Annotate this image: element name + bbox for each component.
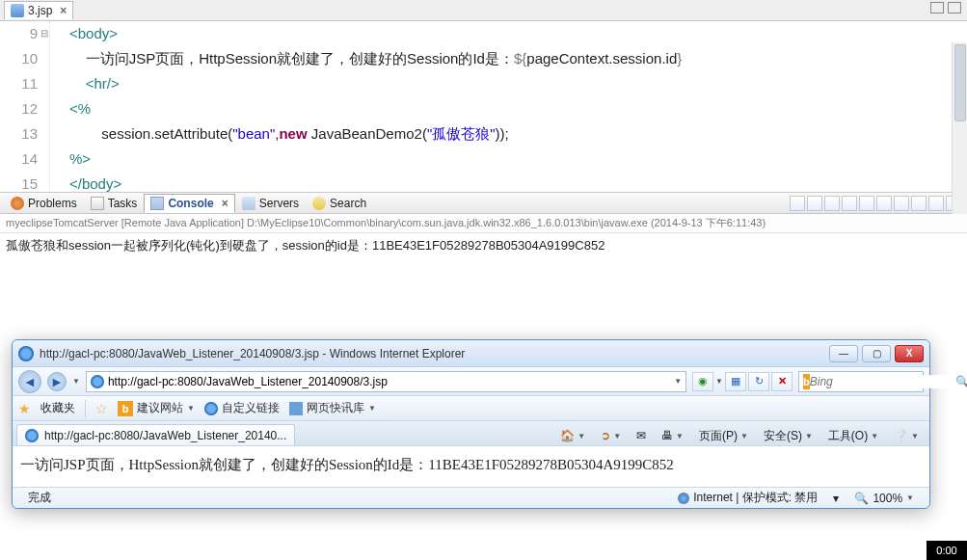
problems-icon xyxy=(11,197,24,210)
code-area[interactable]: <body> 一访问JSP页面，HttpSession就创建了，创建好的Sess… xyxy=(50,21,967,192)
scrollbar-thumb[interactable] xyxy=(954,44,966,121)
tab-console[interactable]: Console × xyxy=(144,194,234,213)
console-icon xyxy=(150,197,164,210)
ie-navbar: ◄ ► ▼ ▼ ◉▼ ▦ ↻ ✕ b 🔍 ▼ xyxy=(13,367,929,396)
status-protected-toggle[interactable]: ▾ xyxy=(825,492,846,505)
tools-menu[interactable]: 工具(O)▼ xyxy=(821,426,885,445)
ie-statusbar: 完成 Internet | 保护模式: 禁用 ▾ 🔍 100% ▼ xyxy=(13,487,929,508)
maximize-button[interactable]: ▢ xyxy=(862,345,891,362)
globe-icon xyxy=(678,493,689,504)
toolbar-btn[interactable] xyxy=(842,196,857,211)
tab-tasks[interactable]: Tasks xyxy=(84,194,145,213)
help-button[interactable]: ❔▼ xyxy=(887,426,926,445)
toolbar-btn[interactable] xyxy=(911,196,927,211)
home-button[interactable]: 🏠▼ xyxy=(553,426,592,445)
minimize-button[interactable]: — xyxy=(829,345,858,362)
jsp-file-icon xyxy=(11,4,24,17)
zoom-control[interactable]: 🔍 100% ▼ xyxy=(846,492,922,505)
window-title: http://gacl-pc:8080/JavaWeb_Listener_201… xyxy=(40,347,829,360)
page-content: 一访问JSP页面，HttpSession就创建了，创建好的Session的Id是… xyxy=(13,446,929,487)
mail-button[interactable]: ✉ xyxy=(630,426,653,445)
stop-button[interactable]: ✕ xyxy=(771,372,792,391)
status-zone: Internet | 保护模式: 禁用 xyxy=(670,490,825,506)
toolbar-btn[interactable] xyxy=(859,196,874,211)
search-icon xyxy=(312,197,326,210)
toolbar-btn[interactable] xyxy=(928,196,944,211)
refresh-button[interactable]: ↻ xyxy=(748,372,769,391)
forward-button[interactable]: ► xyxy=(47,372,67,391)
close-button[interactable]: X xyxy=(895,345,924,362)
servers-icon xyxy=(242,197,255,210)
close-icon[interactable]: × xyxy=(222,197,228,210)
bing-icon: b xyxy=(803,374,810,389)
fav-suggested[interactable]: b建议网站 ▼ xyxy=(118,400,195,416)
maximize-icon[interactable] xyxy=(948,2,961,13)
print-button[interactable]: 🖶▼ xyxy=(655,426,690,445)
browser-tab[interactable]: http://gacl-pc:8080/JavaWeb_Listener_201… xyxy=(16,424,295,445)
ie-window: http://gacl-pc:8080/JavaWeb_Listener_201… xyxy=(12,339,930,509)
toolbar-btn[interactable] xyxy=(790,196,805,211)
tasks-icon xyxy=(91,197,104,210)
ie-tabstrip: http://gacl-pc:8080/JavaWeb_Listener_201… xyxy=(13,421,929,446)
editor-minmax xyxy=(930,2,961,13)
minimize-icon[interactable] xyxy=(930,2,944,13)
ie-titlebar[interactable]: http://gacl-pc:8080/JavaWeb_Listener_201… xyxy=(13,340,929,367)
ie-icon xyxy=(18,346,34,361)
toolbar-btn[interactable] xyxy=(876,196,892,211)
address-bar[interactable]: ▼ xyxy=(86,371,686,392)
feeds-button[interactable]: ➲▼ xyxy=(594,426,628,445)
back-button[interactable]: ◄ xyxy=(18,370,41,393)
nav-history-dropdown[interactable]: ▼ xyxy=(72,377,80,386)
bing-icon: b xyxy=(118,401,133,416)
favorites-label[interactable]: 收藏夹 xyxy=(40,400,75,416)
close-icon[interactable]: × xyxy=(60,4,67,17)
star-icon: ☆ xyxy=(95,401,108,416)
feed-button[interactable]: ▦ xyxy=(725,372,746,391)
vertical-scrollbar[interactable] xyxy=(952,42,967,214)
favorites-bar: ★ 收藏夹 ☆ b建议网站 ▼ 自定义链接 网页快讯库 ▼ xyxy=(13,396,929,421)
page-icon xyxy=(91,375,104,388)
star-icon[interactable]: ★ xyxy=(18,401,31,416)
search-box[interactable]: b 🔍 ▼ xyxy=(798,371,924,392)
compat-view-button[interactable]: ◉ xyxy=(692,372,713,391)
page-menu[interactable]: 页面(P)▼ xyxy=(692,426,755,445)
line-gutter: 9⊟101112131415 xyxy=(0,21,50,192)
editor-tab-3jsp[interactable]: 3.jsp × xyxy=(4,1,73,19)
url-input[interactable] xyxy=(108,375,674,388)
safety-menu[interactable]: 安全(S)▼ xyxy=(757,426,819,445)
feed-icon xyxy=(289,402,303,415)
toolbar-btn[interactable] xyxy=(824,196,840,211)
toolbar-btn[interactable] xyxy=(807,196,822,211)
toolbar-btn[interactable] xyxy=(894,196,909,211)
tab-search[interactable]: Search xyxy=(306,194,373,213)
ie-icon xyxy=(25,429,39,442)
code-editor[interactable]: 9⊟101112131415 <body> 一访问JSP页面，HttpSessi… xyxy=(0,21,967,193)
command-bar: 🏠▼ ➲▼ ✉ 🖶▼ 页面(P)▼ 安全(S)▼ 工具(O)▼ ❔▼ xyxy=(553,426,926,445)
url-dropdown[interactable]: ▼ xyxy=(674,377,682,386)
search-go-icon[interactable]: 🔍 xyxy=(955,375,967,388)
fav-quick[interactable]: 网页快讯库 ▼ xyxy=(289,400,376,416)
search-input[interactable] xyxy=(810,375,955,388)
fav-custom[interactable]: 自定义链接 xyxy=(204,400,280,416)
tab-title: http://gacl-pc:8080/JavaWeb_Listener_201… xyxy=(44,429,286,442)
ie-icon xyxy=(204,402,218,415)
console-process-line: myeclipseTomcatServer [Remote Java Appli… xyxy=(0,214,967,233)
console-toolbar xyxy=(790,196,967,211)
console-output: 孤傲苍狼和session一起被序列化(钝化)到硬盘了，session的id是：1… xyxy=(0,233,967,258)
editor-tabbar: 3.jsp × xyxy=(0,0,967,21)
window-buttons: — ▢ X xyxy=(829,345,924,362)
tab-servers[interactable]: Servers xyxy=(235,194,306,213)
taskbar-clock: 0:00 xyxy=(927,541,967,560)
editor-tab-label: 3.jsp xyxy=(28,4,52,17)
status-done: 完成 xyxy=(20,490,59,506)
bottom-panel-tabbar: Problems Tasks Console × Servers Search xyxy=(0,193,967,214)
